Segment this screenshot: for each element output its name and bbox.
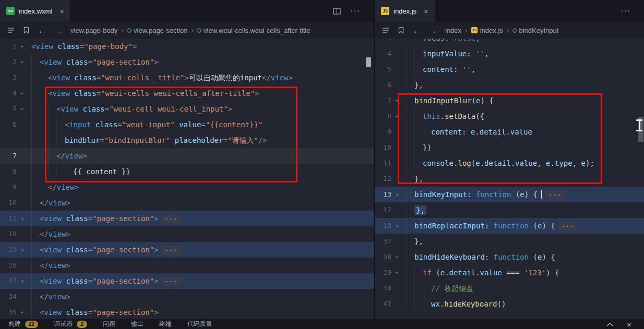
back-arrow-icon[interactable]: ← [413,26,421,35]
code-line[interactable]: 3focus: false, [375,39,644,46]
code-line[interactable]: 9content: e.detail.value [375,124,644,140]
tab-title: index.wxml [19,7,52,15]
left-scrollbar-thumb[interactable] [366,57,371,67]
code-line[interactable]: 39›if (e.detail.value === '123') { [375,265,644,281]
line-gutter: 11 [375,155,404,171]
split-editor-icon[interactable] [333,8,341,15]
code-line[interactable]: 1›<view class="page-body"> [0,39,374,54]
panel-tab-代码质量[interactable]: 代码质量 [187,320,212,328]
code-line[interactable]: 7</view> [0,148,374,164]
bookmark-icon[interactable] [398,27,404,34]
code-line[interactable]: 5›<view class="weui-cell weui-cell_input… [0,101,374,117]
breadcrumb-item[interactable]: bindKeyInput [513,27,559,34]
code-line[interactable]: 8{{ content }} [0,164,374,179]
panel-tab-构建[interactable]: 构建22 [8,320,38,328]
code-line[interactable]: 41wx.hideKeyboard() [375,296,644,312]
fold-expanded-icon[interactable]: › [15,88,30,99]
right-scrollbar-thumb[interactable] [638,117,643,142]
more-actions-icon[interactable]: ··· [350,6,360,16]
forward-arrow-icon[interactable]: → [429,26,437,35]
js-code-editor[interactable]: 3focus: false,4inputValue: '',5content: … [375,39,644,329]
fold-collapsed-icon[interactable]: › [17,242,28,258]
breadcrumb-item[interactable]: view.weui-cells.weui-cells_after-title [197,27,310,34]
code-line[interactable]: 2›<view class="page-section"> [0,54,374,70]
fold-expanded-icon[interactable]: › [15,41,30,52]
code-line[interactable]: 8›this.setData({ [375,108,644,124]
fold-expanded-icon[interactable]: › [15,307,30,318]
line-number: 6 [0,117,17,132]
breadcrumb-item[interactable]: JSindex.js [471,27,503,34]
close-icon[interactable]: × [424,7,428,16]
code-line[interactable]: 40// 收起键盘 [375,281,644,296]
bookmark-icon[interactable] [23,27,30,34]
pane-divider[interactable] [374,0,375,329]
code-line[interactable]: 10}) [375,140,644,155]
code-line[interactable]: bindblur="bindInputBlur" placeholder="请输… [0,132,374,148]
breadcrumb-item[interactable]: view.page-body [70,27,117,34]
breadcrumb-item[interactable]: index [445,27,461,34]
indent-guide [31,273,40,289]
panel-tab-label: 代码质量 [187,320,212,328]
code-text: <view class="page-section">··· [29,242,374,258]
panel-tab-调试器[interactable]: 调试器2 [54,320,87,328]
code-line[interactable]: 18›bindReplaceInput: function (e) {··· [375,218,644,234]
outline-icon[interactable] [7,27,15,33]
code-line[interactable]: 17}, [375,202,644,218]
code-line[interactable]: 6}, [375,77,644,93]
line-gutter: 26 [0,258,29,273]
fold-collapsed-icon[interactable]: › [17,211,28,226]
panel-bar-actions: × [606,319,644,329]
indent-guide [414,155,423,171]
fold-collapsed-icon[interactable]: › [17,273,28,289]
code-line[interactable]: 4inputValue: '', [375,46,644,62]
panel-tab-问题[interactable]: 问题 [103,320,115,328]
code-text: </view> [29,226,374,242]
code-line[interactable]: 12}, [375,171,644,187]
close-icon[interactable]: × [59,7,64,16]
code-line[interactable]: 34</view> [0,289,374,304]
close-panel-icon[interactable]: × [627,320,631,329]
forward-arrow-icon[interactable]: → [54,26,62,35]
code-line[interactable]: 26</view> [0,258,374,273]
line-gutter: 6 [0,117,29,132]
breadcrumb-item[interactable]: view.page-section [127,27,187,34]
code-line[interactable]: 5content: '', [375,62,644,77]
code-line[interactable]: 9</view> [0,179,374,195]
code-line[interactable]: 18</view> [0,226,374,242]
code-line[interactable]: 4›<view class="weui-cells weui-cells_aft… [0,86,374,101]
wxml-code-editor[interactable]: 1›<view class="page-body">2›<view class=… [0,39,374,329]
panel-tab-输出[interactable]: 输出 [131,320,144,328]
chevron-up-icon[interactable] [606,323,613,326]
code-line[interactable]: 3<view class="weui-cells__title">可以自动聚焦的… [0,70,374,86]
text-caret [541,190,542,199]
code-line[interactable]: 27›<view class="page-section">··· [0,273,374,289]
code-line[interactable]: 35›<view class="page-section"> [0,304,374,320]
code-line[interactable]: 11console.log(e.detail.value, e.type, e)… [375,155,644,171]
code-line[interactable]: 10</view> [0,195,374,211]
fold-collapsed-icon[interactable]: › [391,187,403,202]
code-line[interactable]: 19›<view class="page-section">··· [0,242,374,258]
line-gutter: 41 [375,296,404,312]
tab-index-js[interactable]: JS index.js × [375,0,435,22]
fold-expanded-icon[interactable]: › [389,111,405,122]
outline-icon[interactable] [382,27,389,33]
code-line[interactable]: 6<input class="weui-input" value="{{cont… [0,117,374,132]
code-line[interactable]: 38›bindHideKeyboard: function (e) { [375,249,644,265]
fold-collapsed-icon[interactable]: › [391,218,403,234]
fold-expanded-icon[interactable]: › [389,251,405,263]
fold-expanded-icon[interactable]: › [389,267,405,278]
back-arrow-icon[interactable]: ← [38,26,46,35]
code-line[interactable]: 13›bindKeyInput: function (e) {··· [375,187,644,202]
more-actions-icon[interactable]: ··· [621,6,630,16]
code-text: </view> [29,179,374,195]
code-line[interactable]: 37}, [375,234,644,249]
tab-index-wxml[interactable]: <> index.wxml × [0,0,71,22]
fold-expanded-icon[interactable]: › [15,103,30,115]
indent-guide [56,117,65,132]
fold-expanded-icon[interactable]: › [15,56,30,68]
code-line[interactable]: 11›<view class="page-section">··· [0,211,374,226]
code-line[interactable]: 7›bindInputBlur(e) { [375,93,644,108]
panel-tab-终端[interactable]: 终端 [159,320,172,328]
code-text: </view> [29,148,374,164]
fold-expanded-icon[interactable]: › [389,95,405,106]
